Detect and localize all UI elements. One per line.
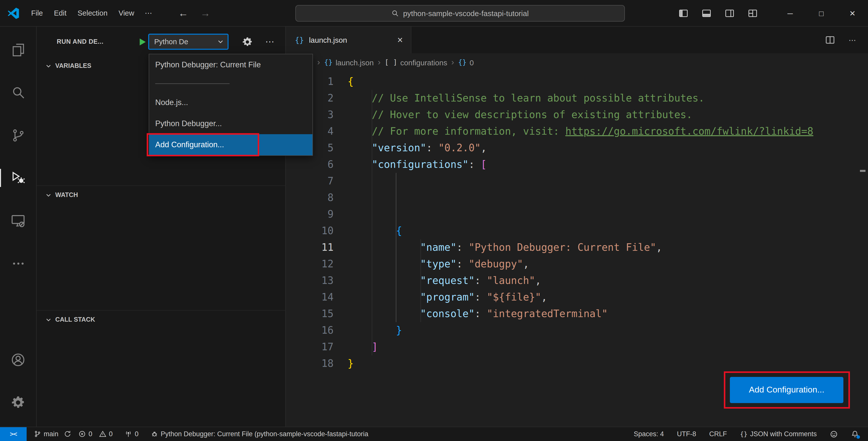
- remote-indicator[interactable]: ><: [0, 427, 27, 441]
- object-symbol-icon: {}: [324, 58, 333, 66]
- toggle-panel-icon[interactable]: [702, 8, 711, 18]
- start-debug-icon[interactable]: [136, 37, 148, 47]
- debug-config-select[interactable]: Python De: [148, 34, 228, 50]
- add-configuration-button[interactable]: Add Configuration...: [730, 377, 843, 403]
- line-number: 9: [286, 206, 334, 223]
- toggle-secondary-sidebar-icon[interactable]: [725, 8, 734, 18]
- code-line-6[interactable]: 6 "configurations": [: [286, 156, 868, 173]
- code-line-2[interactable]: 2 // Use IntelliSense to learn about pos…: [286, 90, 868, 107]
- close-button[interactable]: ✕: [837, 0, 868, 27]
- line-number: 15: [286, 305, 334, 322]
- code-line-7[interactable]: 7: [286, 173, 868, 189]
- command-center-search[interactable]: python-sample-vscode-fastapi-tutorial: [296, 5, 625, 22]
- split-editor-icon[interactable]: [825, 35, 835, 45]
- line-number: 17: [286, 339, 334, 355]
- breadcrumb-separator: ›: [317, 57, 320, 67]
- toggle-sidebar-icon[interactable]: [679, 8, 688, 18]
- code-line-12[interactable]: 12 "type": "debugpy",: [286, 256, 868, 272]
- code-editor[interactable]: 1{2 // Use IntelliSense to learn about p…: [286, 71, 868, 427]
- branch-status[interactable]: main: [34, 430, 71, 438]
- line-number: 11: [286, 239, 334, 256]
- code-line-1[interactable]: 1{: [286, 74, 868, 90]
- breadcrumb-item-configurations[interactable]: [ ]configurations: [384, 58, 447, 67]
- dropdown-item-2[interactable]: Python Debugger...: [149, 113, 312, 134]
- more-actions-icon[interactable]: ⋯: [849, 36, 856, 44]
- menu-overflow-button[interactable]: ⋯: [140, 9, 158, 17]
- editor-group: {} launch.json × ⋯ code›{}launch.json›[ …: [286, 27, 868, 427]
- line-content: "version": "0.2.0",: [334, 140, 487, 156]
- layout-controls: [679, 8, 757, 18]
- git-branch-icon: [34, 430, 41, 438]
- language-mode-status[interactable]: {} JSON with Comments: [740, 430, 817, 438]
- code-line-10[interactable]: 10 {: [286, 223, 868, 239]
- array-symbol-icon: [ ]: [384, 58, 397, 66]
- forward-arrow-icon[interactable]: →: [194, 7, 216, 19]
- source-control-icon[interactable]: [0, 122, 36, 148]
- call-stack-section-header[interactable]: CALL STACK: [37, 311, 285, 329]
- menu-file[interactable]: File: [26, 6, 49, 20]
- search-sidebar-icon[interactable]: [0, 80, 36, 106]
- breadcrumb-item-launch.json[interactable]: {}launch.json: [324, 58, 374, 67]
- notifications-bell-icon[interactable]: [851, 430, 859, 438]
- dropdown-item-3[interactable]: Add Configuration...: [149, 134, 312, 155]
- customize-layout-icon[interactable]: [748, 8, 757, 18]
- close-tab-icon[interactable]: ×: [395, 34, 405, 46]
- vscode-window: FileEditSelectionView ⋯ ← → python-sampl…: [0, 0, 868, 441]
- remote-explorer-icon[interactable]: [0, 208, 36, 234]
- feedback-smiley-icon[interactable]: [830, 430, 838, 438]
- code-line-3[interactable]: 3 // Hover to view descriptions of exist…: [286, 107, 868, 123]
- run-and-debug-icon[interactable]: [0, 165, 36, 191]
- port-count: 0: [135, 430, 138, 438]
- line-content: "program": "${file}",: [334, 289, 547, 305]
- view-more-actions-button[interactable]: ⋯: [265, 36, 275, 47]
- menu-edit[interactable]: Edit: [49, 6, 72, 20]
- breadcrumb-label: 0: [470, 58, 474, 67]
- activity-bar-bottom: [0, 347, 36, 415]
- problems-status[interactable]: 0 0: [79, 430, 113, 438]
- code-line-18[interactable]: 18}: [286, 355, 868, 372]
- minimize-button[interactable]: ─: [775, 0, 806, 27]
- dropdown-item-1[interactable]: Node.js...: [149, 92, 312, 113]
- eol-status[interactable]: CRLF: [709, 430, 727, 438]
- code-line-5[interactable]: 5 "version": "0.2.0",: [286, 140, 868, 156]
- title-bar: FileEditSelectionView ⋯ ← → python-sampl…: [0, 0, 868, 27]
- settings-gear-icon[interactable]: [0, 389, 36, 415]
- line-content: {: [334, 74, 353, 90]
- maximize-button[interactable]: □: [806, 0, 837, 27]
- code-line-17[interactable]: 17 ]: [286, 339, 868, 355]
- tab-launch-json[interactable]: {} launch.json ×: [286, 27, 411, 53]
- back-arrow-icon[interactable]: ←: [172, 7, 194, 19]
- code-line-8[interactable]: 8: [286, 189, 868, 206]
- code-line-15[interactable]: 15 "console": "integratedTerminal": [286, 305, 868, 322]
- configure-gear-icon[interactable]: [242, 36, 253, 47]
- activity-bar: [0, 27, 37, 427]
- code-line-13[interactable]: 13 "request": "launch",: [286, 272, 868, 289]
- call-stack-section: CALL STACK: [37, 310, 285, 427]
- watch-section-header[interactable]: WATCH: [37, 186, 285, 204]
- code-line-11[interactable]: 11 "name": "Python Debugger: Current Fil…: [286, 239, 868, 256]
- code-line-16[interactable]: 16 }: [286, 322, 868, 339]
- overview-ruler-mark: [860, 170, 866, 172]
- breadcrumb: code›{}launch.json›[ ]configurations›{}0: [286, 53, 868, 71]
- breadcrumb-item-0[interactable]: {}0: [458, 58, 474, 67]
- menu-selection[interactable]: Selection: [72, 6, 113, 20]
- indentation-status[interactable]: Spaces: 4: [634, 430, 664, 438]
- sidebar-header: RUN AND DE... Python De ⋯: [37, 27, 285, 57]
- accounts-icon[interactable]: [0, 347, 36, 373]
- bug-icon: [151, 430, 158, 438]
- code-line-9[interactable]: 9: [286, 206, 868, 223]
- menu-view[interactable]: View: [113, 6, 140, 20]
- ports-status[interactable]: 0: [125, 430, 138, 438]
- menu-bar: FileEditSelectionView: [26, 6, 140, 20]
- code-line-14[interactable]: 14 "program": "${file}",: [286, 289, 868, 305]
- encoding-status[interactable]: UTF-8: [677, 430, 696, 438]
- tab-bar: {} launch.json × ⋯: [286, 27, 868, 53]
- indent-guide: [372, 90, 372, 355]
- debug-status[interactable]: Python Debugger: Current File (python-sa…: [151, 430, 368, 438]
- sync-icon[interactable]: [64, 430, 71, 438]
- main-area: RUN AND DE... Python De ⋯: [0, 27, 868, 427]
- dropdown-item-0[interactable]: Python Debugger: Current File: [149, 54, 312, 76]
- explorer-icon[interactable]: [0, 37, 36, 63]
- code-line-4[interactable]: 4 // For more information, visit: https:…: [286, 123, 868, 140]
- more-views-icon[interactable]: [0, 250, 36, 276]
